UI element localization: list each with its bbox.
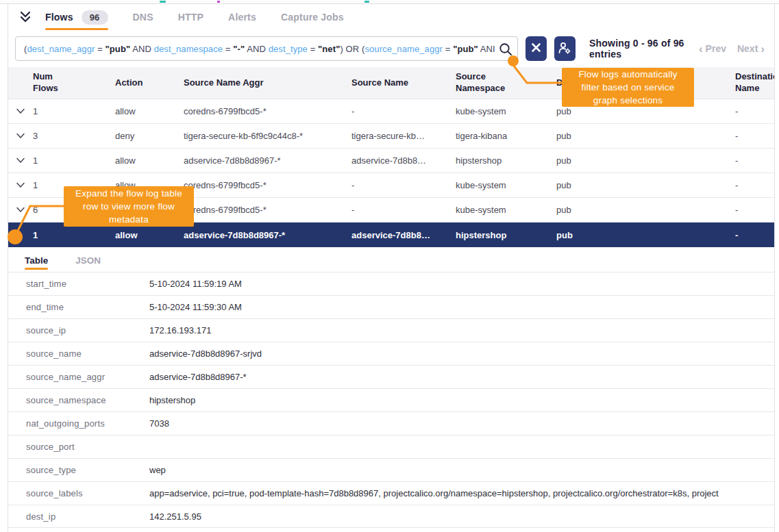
graph-fragment (364, 1, 369, 3)
tab-alerts[interactable]: Alerts (228, 4, 256, 30)
cell-source-namespace: kube-system (456, 106, 556, 116)
clear-filter-button[interactable] (525, 36, 547, 61)
query-segment: ) OR ( (340, 44, 364, 54)
cell-destination-name: - (735, 180, 774, 190)
cell-dest-name-aggr: pub (556, 106, 735, 116)
column-header-source-name-aggr: Source Name Aggr (184, 77, 351, 89)
detail-row: source_namespacehipstershop (8, 388, 774, 411)
cell-source-name-aggr: tigera-secure-kb-6f9c9c44c8-* (184, 131, 351, 141)
query-segment: dest_name_aggr (27, 44, 95, 54)
tab-capture-jobs[interactable]: Capture Jobs (281, 4, 344, 30)
detail-row: source_nameadservice-7d8b8d8967-srjvd (8, 342, 774, 365)
tab-label: DNS (133, 12, 153, 23)
detail-row: source_labelsapp=adservice, pci=true, po… (8, 481, 774, 505)
detail-row: source_ip172.16.193.171 (8, 318, 774, 342)
detail-value: adservice-7d8b8d8967-* (149, 372, 774, 382)
tooltip-line: graph selections (567, 94, 689, 107)
detail-key: source_type (26, 465, 149, 475)
chevron-right-icon: › (761, 43, 765, 55)
cell-source-namespace: kube-system (456, 205, 556, 215)
detail-row: source_name_aggradservice-7d8b8d8967-* (8, 365, 774, 388)
cell-dest-name-aggr: pub (556, 205, 735, 215)
detail-value: wep (149, 465, 774, 475)
cell-num-flows: 1 (33, 230, 115, 240)
cell-source-name: adservice-7d8b8… (351, 155, 456, 166)
column-header-source-name: Source Name (351, 77, 456, 89)
next-page-button[interactable]: Next› (737, 43, 765, 55)
cell-destination-name: - (735, 230, 774, 240)
tab-http[interactable]: HTTP (178, 4, 203, 30)
cell-action: allow (115, 155, 184, 166)
detail-key: source_name (26, 349, 149, 359)
cell-source-namespace: kube-system (456, 180, 556, 190)
filter-query-input[interactable]: (dest_name_aggr = "pub" AND dest_namespa… (15, 36, 518, 61)
query-segment: dest_namespace (154, 44, 223, 54)
tab-json[interactable]: JSON (75, 255, 101, 272)
cell-source-name: - (351, 180, 456, 190)
cell-action: allow (115, 106, 184, 116)
detail-key: start_time (26, 279, 149, 289)
chevron-down-icon[interactable] (8, 108, 33, 114)
column-header-label: Num Flows (33, 71, 63, 94)
cell-destination-name: - (735, 131, 774, 141)
cell-action: allow (115, 230, 184, 240)
tab-flows[interactable]: Flows96 (45, 4, 108, 30)
chevron-down-icon[interactable] (8, 157, 33, 164)
log-type-tabbar: Flows96DNSHTTPAlertsCapture Jobs (8, 4, 774, 30)
detail-value: 142.251.5.95 (149, 511, 774, 522)
detail-row: start_time5-10-2024 11:59:19 AM (8, 272, 774, 295)
detail-value: 5-10-2024 11:59:19 AM (149, 279, 774, 289)
flows-count-badge: 96 (82, 10, 108, 25)
detail-key: dest_ip (26, 511, 149, 522)
detail-value: hipstershop (149, 395, 774, 405)
query-segment: AND (130, 44, 153, 54)
detail-value: adservice-7d8b8d8967-srjvd (149, 349, 774, 359)
tooltip-line: metadata (69, 213, 188, 226)
cell-source-namespace: tigera-kibana (456, 131, 556, 141)
cell-num-flows: 1 (33, 106, 115, 116)
tab-dns[interactable]: DNS (133, 4, 153, 30)
column-header-source-namespace: Source Namespace (456, 71, 556, 94)
cell-source-name-aggr: coredns-6799fbcd5-* (184, 180, 351, 190)
prev-page-button[interactable]: ‹Prev (699, 43, 726, 55)
chevron-down-icon[interactable] (8, 133, 33, 139)
tab-label: Capture Jobs (281, 12, 344, 23)
tooltip-line: row to view more flow (69, 200, 188, 213)
cell-source-namespace: hipstershop (456, 230, 556, 240)
flow-table-row[interactable]: 1allowadservice-7d8b8d8967-*adservice-7d… (8, 149, 774, 173)
flow-table-row[interactable]: 3denytigera-secure-kb-6f9c9c44c8-*tigera… (8, 124, 774, 149)
column-header-num-flows: Num Flows (33, 71, 115, 94)
entries-count: Showing 0 - 96 of 96 entries (589, 38, 699, 60)
cell-destination-name: - (735, 155, 774, 166)
tab-label: Alerts (228, 12, 256, 23)
detail-key: source_ip (26, 325, 149, 335)
graph-fragment (160, 1, 166, 3)
chevron-down-icon[interactable] (8, 207, 33, 213)
row-detail-table: start_time5-10-2024 11:59:19 AMend_time5… (8, 272, 774, 528)
tab-table[interactable]: Table (25, 255, 48, 272)
cell-source-name-aggr: coredns-6799fbcd5-* (184, 205, 351, 215)
double-chevron-down-icon[interactable] (16, 9, 34, 25)
cell-dest-name-aggr: pub (556, 155, 735, 166)
query-segment: "pub" (453, 44, 478, 54)
chevron-left-icon: ‹ (699, 43, 703, 55)
detail-row: end_time5-10-2024 11:59:30 AM (8, 295, 774, 318)
detail-row: dest_ip142.251.5.95 (8, 505, 774, 528)
cell-destination-name: - (735, 205, 774, 215)
tab-label: Flows (45, 12, 73, 23)
tab-label: HTTP (178, 12, 203, 23)
query-segment: "-" (233, 44, 245, 54)
cell-source-name-aggr: adservice-7d8b8d8967-* (184, 155, 351, 166)
chevron-down-icon[interactable] (8, 182, 33, 188)
cell-source-name: - (351, 106, 456, 116)
detail-key: nat_outgoing_ports (26, 418, 149, 429)
user-settings-button[interactable] (554, 36, 576, 61)
cell-source-namespace: hipstershop (456, 155, 556, 166)
cell-destination-name: - (735, 106, 774, 116)
search-icon[interactable] (497, 41, 514, 60)
cell-source-name: - (351, 205, 456, 215)
tooltip-line: Flow logs automatically (567, 68, 689, 81)
column-header-label: Destination Name (735, 71, 774, 94)
cell-dest-name-aggr: pub (556, 230, 735, 240)
query-segment: "net" (318, 44, 340, 54)
